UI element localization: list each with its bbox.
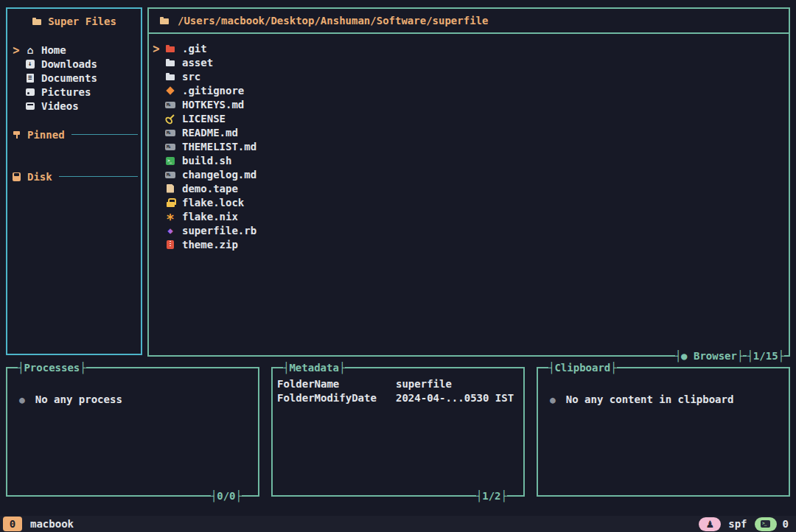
- file-name: src: [182, 71, 200, 83]
- clipboard-empty-row: ● No any content in clipboard: [538, 393, 789, 405]
- sidebar-item[interactable]: Videos: [7, 99, 141, 113]
- markdown-icon: [165, 127, 175, 138]
- clipboard-empty-text: No any content in clipboard: [566, 393, 734, 405]
- file-name: flake.lock: [182, 197, 244, 209]
- terminal-badge: [755, 517, 777, 531]
- file-name: superfile.rb: [182, 225, 256, 237]
- file-name: asset: [182, 57, 213, 69]
- video-icon: [25, 101, 35, 111]
- file-panel-footer: ● Browser 1/15: [675, 349, 784, 363]
- clipboard-panel[interactable]: Clipboard ● No any content in clipboard: [537, 367, 790, 497]
- sidebar-panel[interactable]: Super Files > Home Downloads Documents P…: [6, 7, 142, 355]
- download-icon: [25, 59, 35, 69]
- terminal-icon: [761, 520, 770, 528]
- panel-mode-tag: ● Browser: [675, 349, 744, 363]
- folder-icon: [165, 43, 175, 54]
- file-list: > .git asset src .gitignore HOTKEYS.md L…: [149, 41, 789, 251]
- shell-icon: [165, 155, 175, 166]
- file-row[interactable]: demo.tape: [149, 181, 789, 195]
- gem-icon: [165, 225, 175, 236]
- sidebar-section-pinned: Pinned: [12, 127, 138, 141]
- file-panel[interactable]: /Users/macbook/Desktop/Anshuman/Software…: [147, 7, 790, 357]
- sidebar-item[interactable]: > Home: [7, 43, 141, 57]
- metadata-value: 2024-04-...0530 IST: [396, 392, 514, 404]
- file-row[interactable]: src: [149, 69, 789, 83]
- clipboard-title: Clipboard: [548, 361, 617, 374]
- sidebar-item-label: Downloads: [41, 58, 97, 70]
- sidebar-item[interactable]: Documents: [7, 71, 141, 85]
- pin-icon: [12, 130, 22, 140]
- session-count: 0: [783, 518, 789, 530]
- file-name: HOTKEYS.md: [182, 99, 244, 111]
- superfile-logo-badge: ♟: [699, 517, 721, 531]
- processes-pagination: 0/0: [211, 489, 242, 503]
- metadata-pagination: 1/2: [476, 489, 507, 503]
- disk-label: Disk: [27, 171, 52, 183]
- key-icon: [163, 111, 178, 126]
- app-name-label: spf: [728, 518, 747, 530]
- processes-title: Processes: [18, 361, 86, 374]
- file-name: THEMELIST.md: [182, 141, 256, 153]
- markdown-icon: [165, 99, 175, 110]
- sidebar-item-list: > Home Downloads Documents Pictures Vide…: [7, 43, 141, 113]
- sidebar-title: Super Files: [7, 15, 141, 27]
- file-row[interactable]: > .git: [149, 41, 789, 55]
- path-bar: /Users/macbook/Desktop/Anshuman/Software…: [149, 9, 789, 34]
- metadata-title: Metadata: [283, 361, 345, 374]
- sidebar-item-label: Documents: [41, 72, 97, 84]
- markdown-icon: [165, 141, 175, 152]
- file-name: .gitignore: [182, 85, 244, 97]
- processes-empty-text: No any process: [35, 393, 122, 405]
- file-row[interactable]: theme.zip: [149, 237, 789, 251]
- app-title: Super Files: [48, 15, 116, 27]
- file-icon: [165, 183, 175, 194]
- metadata-row: FolderName superfile: [277, 377, 517, 391]
- file-name: LICENSE: [182, 113, 226, 125]
- metadata-value: superfile: [396, 378, 452, 390]
- processes-panel[interactable]: Processes ● No any process 0/0: [6, 367, 259, 497]
- image-icon: [25, 87, 35, 97]
- cursor-indicator: >: [13, 43, 26, 57]
- file-row[interactable]: .gitignore: [149, 83, 789, 97]
- cursor-indicator: >: [153, 41, 166, 55]
- file-row[interactable]: LICENSE: [149, 111, 789, 125]
- home-icon: [25, 45, 35, 55]
- folder-icon: [165, 71, 175, 82]
- sidebar-item-label: Pictures: [41, 86, 91, 98]
- pinned-label: Pinned: [27, 129, 65, 141]
- file-row[interactable]: HOTKEYS.md: [149, 97, 789, 111]
- metadata-key: FolderModifyDate: [277, 392, 396, 404]
- metadata-key: FolderName: [277, 378, 396, 390]
- folder-icon: [32, 16, 42, 27]
- file-row[interactable]: asset: [149, 55, 789, 69]
- document-icon: [25, 73, 35, 83]
- bullet-icon: ●: [19, 394, 25, 405]
- file-row[interactable]: THEMELIST.md: [149, 139, 789, 153]
- metadata-panel[interactable]: Metadata FolderName superfile FolderModi…: [271, 367, 525, 497]
- metadata-row: FolderModifyDate 2024-04-...0530 IST: [277, 391, 517, 405]
- file-name: build.sh: [182, 155, 231, 167]
- bullet-icon: ●: [550, 394, 556, 405]
- lock-icon: [165, 197, 175, 208]
- sidebar-section-disk: Disk: [12, 169, 138, 183]
- file-row[interactable]: README.md: [149, 125, 789, 139]
- file-name: changelog.md: [182, 169, 256, 181]
- sidebar-item[interactable]: Downloads: [7, 57, 141, 71]
- file-row[interactable]: flake.lock: [149, 195, 789, 209]
- exit-code-badge: 0: [3, 517, 22, 531]
- file-row[interactable]: superfile.rb: [149, 223, 789, 237]
- folder-icon: [159, 15, 170, 26]
- pinned-divider: [71, 134, 138, 135]
- sidebar-item[interactable]: Pictures: [7, 85, 141, 99]
- file-row[interactable]: flake.nix: [149, 209, 789, 223]
- disk-divider: [59, 176, 138, 177]
- superfile-app: Super Files > Home Downloads Documents P…: [0, 0, 796, 532]
- folder-icon: [165, 57, 175, 68]
- file-name: README.md: [182, 127, 238, 139]
- file-row[interactable]: build.sh: [149, 153, 789, 167]
- zip-icon: [165, 239, 175, 250]
- processes-empty-row: ● No any process: [7, 393, 258, 405]
- file-row[interactable]: changelog.md: [149, 167, 789, 181]
- hostname-label: macbook: [30, 518, 74, 530]
- sidebar-item-label: Videos: [41, 100, 79, 112]
